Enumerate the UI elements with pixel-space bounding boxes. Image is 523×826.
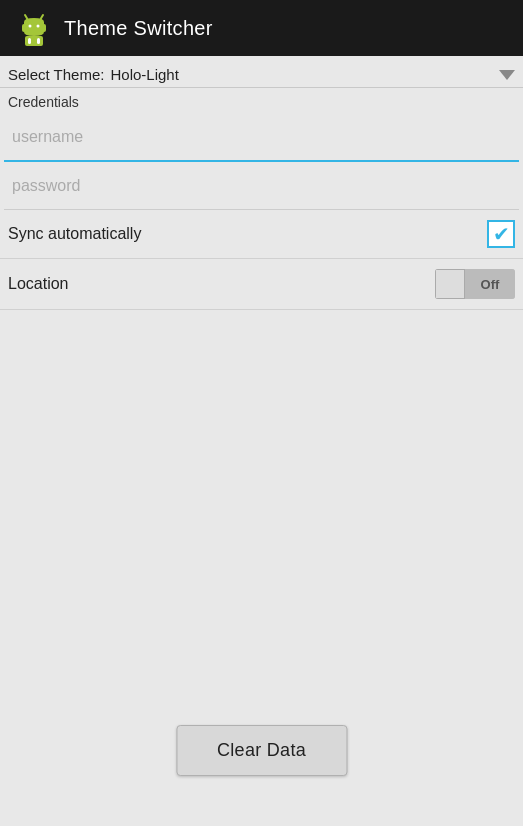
credentials-section-label: Credentials [0, 88, 523, 114]
svg-rect-5 [42, 24, 46, 32]
theme-label: Select Theme: [8, 66, 104, 83]
checkmark-icon: ✔ [493, 224, 510, 244]
password-input-container [0, 162, 523, 210]
svg-rect-6 [25, 36, 43, 46]
toggle-off-label: Off [465, 269, 515, 299]
svg-point-2 [29, 25, 32, 28]
clear-data-button[interactable]: Clear Data [176, 725, 347, 776]
dropdown-arrow-icon [499, 70, 515, 80]
svg-rect-7 [28, 38, 31, 44]
svg-rect-8 [37, 38, 40, 44]
svg-point-3 [37, 25, 40, 28]
app-title: Theme Switcher [64, 17, 213, 40]
clear-data-btn-container: Clear Data [176, 725, 347, 776]
content-area: Select Theme: Holo-Light Credentials Syn… [0, 56, 523, 826]
theme-value: Holo-Light [110, 66, 499, 83]
location-row: Location Off [0, 259, 523, 310]
sync-checkbox[interactable]: ✔ [487, 220, 515, 248]
sync-label: Sync automatically [8, 225, 141, 243]
theme-row[interactable]: Select Theme: Holo-Light [0, 56, 523, 88]
location-label: Location [8, 275, 69, 293]
toggle-handle [435, 269, 465, 299]
username-input-container [0, 114, 523, 162]
android-icon [16, 10, 52, 46]
location-toggle[interactable]: Off [435, 269, 515, 299]
password-input[interactable] [4, 162, 519, 210]
sync-row: Sync automatically ✔ [0, 210, 523, 259]
svg-rect-4 [22, 24, 26, 32]
username-input[interactable] [4, 114, 519, 162]
action-bar: Theme Switcher [0, 0, 523, 56]
